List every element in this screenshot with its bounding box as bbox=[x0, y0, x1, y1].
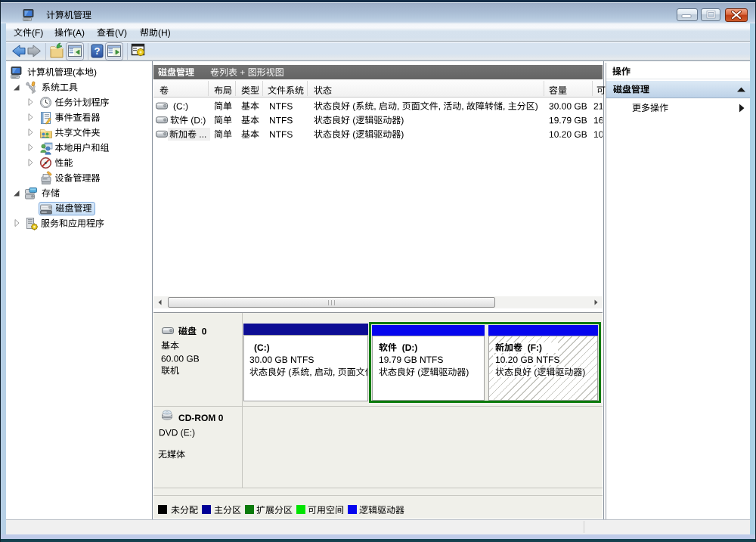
svg-text:?: ? bbox=[94, 45, 101, 57]
